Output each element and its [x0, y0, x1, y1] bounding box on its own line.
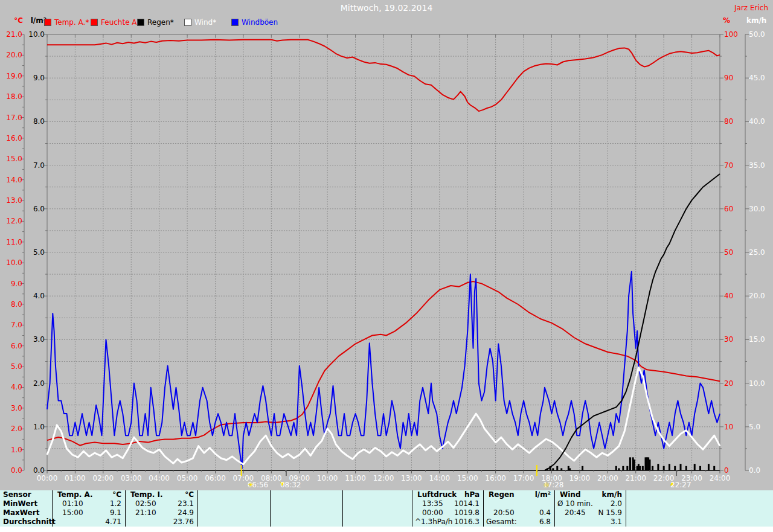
svg-text:100: 100 [724, 30, 738, 39]
svg-text:10.0: 10.0 [28, 30, 45, 39]
svg-text:4.0: 4.0 [33, 292, 45, 300]
svg-text:19:00: 19:00 [569, 474, 591, 482]
svg-text:21.0: 21.0 [6, 30, 22, 39]
svg-text:10: 10 [724, 423, 733, 431]
svg-text:7.0: 7.0 [11, 321, 22, 329]
table-row: MaxWert15:009.121:1024.900:001019.820:50… [0, 508, 773, 518]
svg-text:16:00: 16:00 [485, 474, 506, 482]
svg-text:20.0: 20.0 [6, 51, 22, 59]
table-cell [342, 518, 412, 527]
table-cell [270, 490, 342, 499]
svg-text:5.0: 5.0 [749, 423, 760, 431]
table-cell: Regenl/m² [483, 490, 554, 499]
cell-text: Regen [484, 490, 515, 499]
svg-text:13:00: 13:00 [401, 474, 422, 482]
table-cell: Windkm/h [554, 490, 626, 499]
cell-value: l/m² [535, 490, 554, 499]
cell-text [343, 508, 353, 518]
table-cell: 21:1024.9 [125, 508, 197, 518]
svg-text:1.0: 1.0 [11, 446, 22, 454]
svg-text:0: 0 [724, 466, 729, 475]
table-cell [270, 508, 342, 518]
cell-value: 6.8 [539, 518, 554, 527]
svg-text:03:00: 03:00 [121, 474, 142, 482]
svg-text:40.0: 40.0 [749, 117, 765, 126]
svg-text:20: 20 [724, 379, 733, 388]
svg-text:06:00: 06:00 [205, 474, 226, 482]
svg-text:11:00: 11:00 [345, 474, 366, 482]
x-axis-labels: 00:0001:0002:0003:0004:0005:0006:0007:00… [37, 474, 731, 482]
cell-text [271, 490, 275, 499]
svg-text:8.0: 8.0 [33, 117, 45, 126]
svg-text:30: 30 [724, 335, 733, 344]
cell-text [343, 518, 353, 527]
cell-text [343, 499, 353, 508]
svg-text:10.0: 10.0 [749, 379, 765, 388]
svg-text:6.0: 6.0 [33, 205, 45, 213]
table-row: Durchschnitt4.7123.76^1.3hPa/h1016.3Gesa… [0, 518, 773, 527]
table-cell [342, 490, 412, 499]
svg-text:25.0: 25.0 [749, 248, 765, 257]
cell-text [53, 518, 62, 527]
cell-text: Ø 10 min. [555, 499, 593, 508]
chart-canvas: 0.01.02.03.04.05.06.07.08.09.010.011.012… [0, 0, 773, 490]
table-cell: LuftdruckhPa [412, 490, 483, 499]
svg-text:12:00: 12:00 [373, 474, 394, 482]
cell-value: °C [112, 490, 125, 499]
table-cell: 23.76 [125, 518, 197, 527]
svg-text:04:00: 04:00 [149, 474, 170, 482]
event-time-label: 22:27 [670, 481, 691, 489]
table-cell: Ø 10 min.2.0 [554, 499, 626, 508]
cell-text: 00:00 [412, 508, 443, 518]
svg-text:9.0: 9.0 [33, 74, 45, 82]
cell-text: 20:50 [484, 508, 515, 518]
svg-text:16.0: 16.0 [6, 134, 22, 143]
svg-text:13.0: 13.0 [6, 196, 22, 205]
svg-text:70: 70 [724, 161, 733, 170]
cell-value: hPa [464, 490, 483, 499]
svg-text:0.0: 0.0 [749, 466, 760, 475]
table-cell [342, 499, 412, 508]
svg-text:14.0: 14.0 [6, 176, 22, 184]
cell-value: 4.71 [105, 518, 125, 527]
svg-text:21:00: 21:00 [625, 474, 646, 482]
table-cell: 02:5023.1 [125, 499, 197, 508]
svg-text:2.0: 2.0 [11, 425, 22, 433]
cell-text [198, 518, 208, 527]
cell-value: 1016.3 [454, 518, 483, 527]
cell-text: 15:00 [53, 508, 83, 518]
svg-text:18.0: 18.0 [6, 92, 22, 101]
cell-text: Temp. A. [53, 490, 93, 499]
table-cell [270, 518, 342, 527]
cell-text [198, 508, 208, 518]
row-label: MaxWert [0, 508, 52, 518]
table-cell: 15:009.1 [52, 508, 125, 518]
event-tick [676, 470, 677, 476]
svg-text:30.0: 30.0 [749, 205, 765, 213]
svg-text:15.0: 15.0 [6, 155, 22, 163]
svg-text:15:00: 15:00 [457, 474, 478, 482]
table-row: SensorTemp. A.°CTemp. I.°CLuftdruckhPaRe… [0, 490, 773, 499]
svg-text:50: 50 [724, 248, 733, 257]
cell-text: 21:10 [126, 508, 156, 518]
table-cell [197, 499, 270, 508]
event-time-label: 08:32 [280, 481, 301, 489]
svg-text:90: 90 [724, 74, 733, 82]
cell-text [126, 518, 135, 527]
cell-text: ^1.3hPa/h [412, 518, 452, 527]
cell-text [271, 499, 280, 508]
table-row: MinWert01:101.202:5023.113:351014.1Ø 10 … [0, 499, 773, 508]
svg-text:3.0: 3.0 [33, 335, 45, 344]
table-cell: 3.1 [554, 518, 626, 527]
cell-text [343, 490, 348, 499]
cell-value: 2.0 [611, 499, 626, 508]
table-cell [342, 508, 412, 518]
cell-text [198, 499, 208, 508]
svg-text:50.0: 50.0 [749, 30, 765, 39]
cell-value: 23.1 [178, 499, 197, 508]
cell-text: 02:50 [126, 499, 156, 508]
table-cell: Temp. A.°C [52, 490, 125, 499]
table-cell: Temp. I.°C [125, 490, 197, 499]
row-label: MinWert [0, 499, 52, 508]
svg-text:40: 40 [724, 292, 733, 300]
